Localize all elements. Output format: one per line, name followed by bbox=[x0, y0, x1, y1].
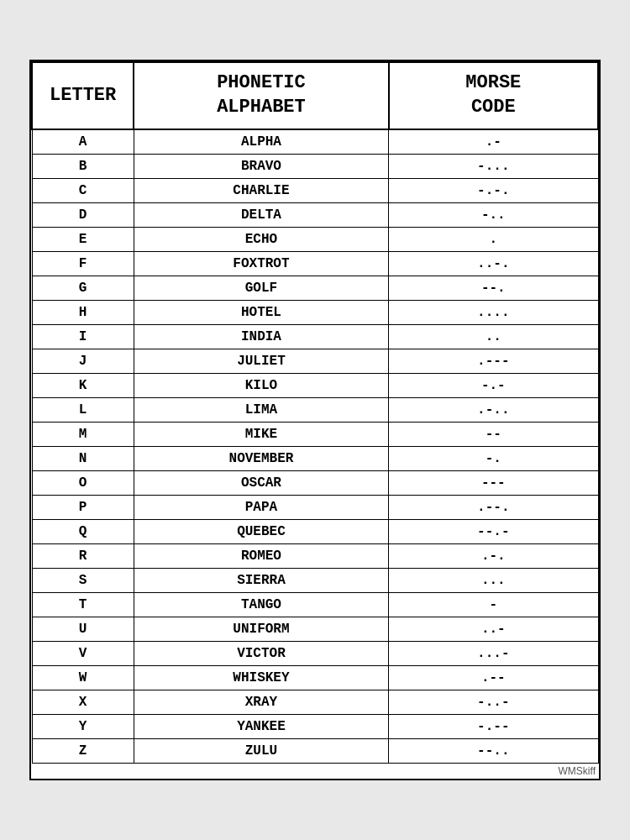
cell-letter: G bbox=[32, 276, 134, 300]
cell-morse: -... bbox=[389, 154, 598, 178]
cell-letter: A bbox=[32, 129, 134, 155]
cell-phonetic: NOVEMBER bbox=[134, 446, 388, 470]
morse-code-table: LETTER PHONETICALPHABET MORSECODE AALPHA… bbox=[31, 61, 599, 763]
table-row: YYANKEE-.-- bbox=[32, 714, 598, 738]
cell-morse: .... bbox=[389, 300, 598, 324]
cell-phonetic: TANGO bbox=[134, 592, 388, 617]
watermark: WMSkiff bbox=[31, 764, 599, 779]
table-row: EECHO. bbox=[32, 227, 598, 251]
table-row: BBRAVO-... bbox=[32, 154, 598, 178]
table-row: QQUEBEC--.- bbox=[32, 519, 598, 543]
cell-phonetic: WHISKEY bbox=[134, 665, 388, 690]
cell-phonetic: ALPHA bbox=[134, 129, 388, 155]
main-container: LETTER PHONETICALPHABET MORSECODE AALPHA… bbox=[29, 60, 601, 780]
cell-morse: .-. bbox=[389, 543, 598, 568]
cell-phonetic: GOLF bbox=[134, 276, 388, 300]
cell-letter: S bbox=[32, 568, 134, 592]
cell-phonetic: ROMEO bbox=[134, 543, 388, 568]
cell-morse: --.- bbox=[389, 519, 598, 543]
cell-morse: -. bbox=[389, 446, 598, 470]
table-row: TTANGO- bbox=[32, 592, 598, 617]
cell-morse: .--- bbox=[389, 349, 598, 373]
header-morse: MORSECODE bbox=[389, 62, 598, 129]
cell-letter: V bbox=[32, 641, 134, 665]
cell-letter: R bbox=[32, 543, 134, 568]
table-row: SSIERRA... bbox=[32, 568, 598, 592]
cell-phonetic: KILO bbox=[134, 373, 388, 397]
cell-morse: -- bbox=[389, 422, 598, 446]
table-row: HHOTEL.... bbox=[32, 300, 598, 324]
cell-phonetic: INDIA bbox=[134, 324, 388, 349]
cell-letter: M bbox=[32, 422, 134, 446]
cell-letter: I bbox=[32, 324, 134, 349]
table-row: KKILO-.- bbox=[32, 373, 598, 397]
cell-letter: J bbox=[32, 349, 134, 373]
table-row: ZZULU--.. bbox=[32, 738, 598, 763]
cell-morse: ..- bbox=[389, 617, 598, 641]
cell-phonetic: FOXTROT bbox=[134, 251, 388, 276]
cell-morse: .- bbox=[389, 129, 598, 155]
cell-letter: B bbox=[32, 154, 134, 178]
cell-letter: U bbox=[32, 617, 134, 641]
cell-morse: ...- bbox=[389, 641, 598, 665]
cell-phonetic: UNIFORM bbox=[134, 617, 388, 641]
cell-letter: N bbox=[32, 446, 134, 470]
cell-letter: Z bbox=[32, 738, 134, 763]
table-row: NNOVEMBER-. bbox=[32, 446, 598, 470]
cell-letter: Y bbox=[32, 714, 134, 738]
table-row: PPAPA.--. bbox=[32, 495, 598, 519]
cell-phonetic: VICTOR bbox=[134, 641, 388, 665]
cell-letter: W bbox=[32, 665, 134, 690]
cell-morse: -.-- bbox=[389, 714, 598, 738]
cell-phonetic: QUEBEC bbox=[134, 519, 388, 543]
table-row: AALPHA.- bbox=[32, 129, 598, 155]
cell-phonetic: JULIET bbox=[134, 349, 388, 373]
table-row: XXRAY-..- bbox=[32, 690, 598, 714]
cell-phonetic: HOTEL bbox=[134, 300, 388, 324]
cell-phonetic: DELTA bbox=[134, 202, 388, 227]
cell-phonetic: ECHO bbox=[134, 227, 388, 251]
cell-letter: H bbox=[32, 300, 134, 324]
cell-phonetic: MIKE bbox=[134, 422, 388, 446]
cell-morse: .-- bbox=[389, 665, 598, 690]
cell-letter: F bbox=[32, 251, 134, 276]
cell-phonetic: SIERRA bbox=[134, 568, 388, 592]
table-row: DDELTA-.. bbox=[32, 202, 598, 227]
cell-morse: --- bbox=[389, 470, 598, 495]
cell-morse: -..- bbox=[389, 690, 598, 714]
cell-morse: .-.. bbox=[389, 397, 598, 422]
cell-phonetic: OSCAR bbox=[134, 470, 388, 495]
table-row: WWHISKEY.-- bbox=[32, 665, 598, 690]
table-row: FFOXTROT..-. bbox=[32, 251, 598, 276]
cell-letter: Q bbox=[32, 519, 134, 543]
table-row: RROMEO.-. bbox=[32, 543, 598, 568]
cell-letter: O bbox=[32, 470, 134, 495]
cell-morse: -.-. bbox=[389, 178, 598, 202]
cell-morse: --.. bbox=[389, 738, 598, 763]
cell-morse: .--. bbox=[389, 495, 598, 519]
table-row: JJULIET.--- bbox=[32, 349, 598, 373]
cell-morse: -.. bbox=[389, 202, 598, 227]
cell-phonetic: PAPA bbox=[134, 495, 388, 519]
table-row: MMIKE-- bbox=[32, 422, 598, 446]
table-row: VVICTOR...- bbox=[32, 641, 598, 665]
cell-morse: . bbox=[389, 227, 598, 251]
cell-phonetic: XRAY bbox=[134, 690, 388, 714]
cell-morse: .. bbox=[389, 324, 598, 349]
cell-letter: C bbox=[32, 178, 134, 202]
cell-morse: ..-. bbox=[389, 251, 598, 276]
table-row: GGOLF--. bbox=[32, 276, 598, 300]
cell-phonetic: YANKEE bbox=[134, 714, 388, 738]
cell-morse: --. bbox=[389, 276, 598, 300]
table-row: CCHARLIE-.-. bbox=[32, 178, 598, 202]
cell-phonetic: LIMA bbox=[134, 397, 388, 422]
cell-phonetic: BRAVO bbox=[134, 154, 388, 178]
cell-letter: X bbox=[32, 690, 134, 714]
cell-phonetic: CHARLIE bbox=[134, 178, 388, 202]
cell-letter: D bbox=[32, 202, 134, 227]
cell-letter: K bbox=[32, 373, 134, 397]
header-letter: LETTER bbox=[32, 62, 134, 129]
table-row: LLIMA.-.. bbox=[32, 397, 598, 422]
cell-morse: -.- bbox=[389, 373, 598, 397]
cell-phonetic: ZULU bbox=[134, 738, 388, 763]
